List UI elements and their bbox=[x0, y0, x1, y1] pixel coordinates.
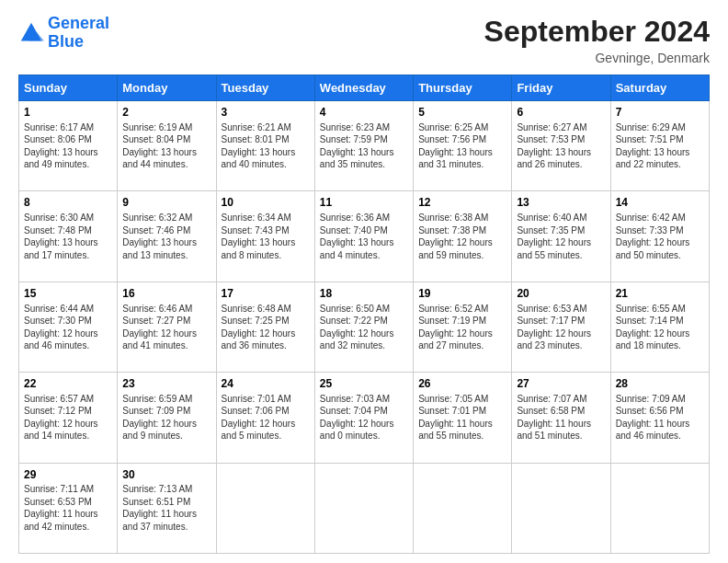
calendar-cell: 1Sunrise: 6:17 AMSunset: 8:06 PMDaylight… bbox=[19, 101, 118, 191]
calendar-cell: 20Sunrise: 6:53 AMSunset: 7:17 PMDayligh… bbox=[512, 282, 610, 372]
day-detail: Sunrise: 6:52 AMSunset: 7:19 PMDaylight:… bbox=[418, 303, 506, 352]
day-number: 2 bbox=[122, 105, 210, 121]
day-detail: Sunrise: 6:50 AMSunset: 7:22 PMDaylight:… bbox=[320, 303, 408, 352]
calendar-cell: 16Sunrise: 6:46 AMSunset: 7:27 PMDayligh… bbox=[118, 282, 216, 372]
col-header-thursday: Thursday bbox=[414, 75, 512, 101]
calendar-cell: 13Sunrise: 6:40 AMSunset: 7:35 PMDayligh… bbox=[512, 191, 610, 282]
day-number: 15 bbox=[24, 286, 112, 302]
day-detail: Sunrise: 6:30 AMSunset: 7:48 PMDaylight:… bbox=[24, 212, 112, 261]
day-detail: Sunrise: 6:36 AMSunset: 7:40 PMDaylight:… bbox=[320, 212, 408, 261]
calendar-cell: 12Sunrise: 6:38 AMSunset: 7:38 PMDayligh… bbox=[414, 191, 512, 282]
day-detail: Sunrise: 7:05 AMSunset: 7:01 PMDaylight:… bbox=[418, 393, 506, 442]
day-number: 3 bbox=[222, 105, 310, 121]
day-number: 8 bbox=[24, 195, 112, 211]
day-number: 16 bbox=[122, 286, 210, 302]
calendar-cell: 18Sunrise: 6:50 AMSunset: 7:22 PMDayligh… bbox=[314, 282, 413, 372]
day-detail: Sunrise: 7:09 AMSunset: 6:56 PMDaylight:… bbox=[616, 393, 704, 442]
day-number: 4 bbox=[320, 105, 408, 121]
day-detail: Sunrise: 7:11 AMSunset: 6:53 PMDaylight:… bbox=[24, 483, 112, 533]
calendar-cell: 8Sunrise: 6:30 AMSunset: 7:48 PMDaylight… bbox=[19, 191, 118, 282]
col-header-monday: Monday bbox=[118, 75, 216, 101]
calendar-cell: 25Sunrise: 7:03 AMSunset: 7:04 PMDayligh… bbox=[314, 373, 413, 463]
calendar-cell: 11Sunrise: 6:36 AMSunset: 7:40 PMDayligh… bbox=[314, 191, 413, 282]
calendar-cell: 14Sunrise: 6:42 AMSunset: 7:33 PMDayligh… bbox=[610, 191, 709, 282]
day-number: 7 bbox=[616, 105, 704, 121]
calendar-cell: 24Sunrise: 7:01 AMSunset: 7:06 PMDayligh… bbox=[216, 373, 314, 463]
day-number: 30 bbox=[122, 467, 210, 483]
day-detail: Sunrise: 7:07 AMSunset: 6:58 PMDaylight:… bbox=[517, 393, 605, 442]
day-detail: Sunrise: 6:23 AMSunset: 7:59 PMDaylight:… bbox=[320, 121, 408, 171]
calendar-cell: 21Sunrise: 6:55 AMSunset: 7:14 PMDayligh… bbox=[610, 282, 709, 372]
col-header-wednesday: Wednesday bbox=[314, 75, 413, 101]
calendar-cell: 28Sunrise: 7:09 AMSunset: 6:56 PMDayligh… bbox=[610, 373, 709, 463]
calendar-cell: 23Sunrise: 6:59 AMSunset: 7:09 PMDayligh… bbox=[118, 373, 216, 463]
day-detail: Sunrise: 6:42 AMSunset: 7:33 PMDaylight:… bbox=[616, 212, 704, 261]
calendar-cell: 7Sunrise: 6:29 AMSunset: 7:51 PMDaylight… bbox=[610, 101, 709, 191]
day-detail: Sunrise: 6:55 AMSunset: 7:14 PMDaylight:… bbox=[616, 303, 704, 352]
day-number: 22 bbox=[24, 376, 112, 392]
calendar-cell: 17Sunrise: 6:48 AMSunset: 7:25 PMDayligh… bbox=[216, 282, 314, 372]
col-header-tuesday: Tuesday bbox=[216, 75, 314, 101]
day-number: 27 bbox=[517, 376, 605, 392]
day-number: 5 bbox=[418, 105, 506, 121]
day-detail: Sunrise: 6:48 AMSunset: 7:25 PMDaylight:… bbox=[222, 303, 310, 352]
day-detail: Sunrise: 6:21 AMSunset: 8:01 PMDaylight:… bbox=[222, 121, 310, 171]
calendar-cell: 26Sunrise: 7:05 AMSunset: 7:01 PMDayligh… bbox=[414, 373, 512, 463]
page: General Blue September 2024 Gevninge, De… bbox=[0, 0, 728, 563]
day-number: 1 bbox=[24, 105, 112, 121]
calendar-cell: 4Sunrise: 6:23 AMSunset: 7:59 PMDaylight… bbox=[314, 101, 413, 191]
day-detail: Sunrise: 6:40 AMSunset: 7:35 PMDaylight:… bbox=[517, 212, 605, 261]
calendar-cell bbox=[610, 463, 709, 553]
month-title: September 2024 bbox=[484, 15, 710, 49]
day-number: 13 bbox=[517, 195, 605, 211]
day-detail: Sunrise: 6:34 AMSunset: 7:43 PMDaylight:… bbox=[222, 212, 310, 261]
day-number: 29 bbox=[24, 467, 112, 483]
day-number: 18 bbox=[320, 286, 408, 302]
day-detail: Sunrise: 6:27 AMSunset: 7:53 PMDaylight:… bbox=[517, 121, 605, 171]
title-area: September 2024 Gevninge, Denmark bbox=[484, 15, 710, 65]
logo-text: General Blue bbox=[48, 15, 109, 52]
calendar-cell: 29Sunrise: 7:11 AMSunset: 6:53 PMDayligh… bbox=[19, 463, 118, 553]
week-row-3: 15Sunrise: 6:44 AMSunset: 7:30 PMDayligh… bbox=[19, 282, 710, 372]
week-row-2: 8Sunrise: 6:30 AMSunset: 7:48 PMDaylight… bbox=[19, 191, 710, 282]
calendar: SundayMondayTuesdayWednesdayThursdayFrid… bbox=[18, 75, 710, 554]
logo: General Blue bbox=[18, 15, 109, 52]
day-number: 9 bbox=[122, 195, 210, 211]
day-detail: Sunrise: 7:13 AMSunset: 6:51 PMDaylight:… bbox=[122, 483, 210, 533]
calendar-cell: 22Sunrise: 6:57 AMSunset: 7:12 PMDayligh… bbox=[19, 373, 118, 463]
day-detail: Sunrise: 6:29 AMSunset: 7:51 PMDaylight:… bbox=[616, 121, 704, 171]
day-detail: Sunrise: 6:17 AMSunset: 8:06 PMDaylight:… bbox=[24, 121, 112, 171]
calendar-cell bbox=[216, 463, 314, 553]
calendar-cell: 9Sunrise: 6:32 AMSunset: 7:46 PMDaylight… bbox=[118, 191, 216, 282]
col-header-sunday: Sunday bbox=[19, 75, 118, 101]
calendar-cell: 30Sunrise: 7:13 AMSunset: 6:51 PMDayligh… bbox=[118, 463, 216, 553]
day-detail: Sunrise: 6:25 AMSunset: 7:56 PMDaylight:… bbox=[418, 121, 506, 171]
day-detail: Sunrise: 6:59 AMSunset: 7:09 PMDaylight:… bbox=[122, 393, 210, 442]
day-number: 10 bbox=[222, 195, 310, 211]
day-detail: Sunrise: 6:32 AMSunset: 7:46 PMDaylight:… bbox=[122, 212, 210, 261]
day-number: 25 bbox=[320, 376, 408, 392]
day-detail: Sunrise: 6:38 AMSunset: 7:38 PMDaylight:… bbox=[418, 212, 506, 261]
day-number: 17 bbox=[222, 286, 310, 302]
day-number: 14 bbox=[616, 195, 704, 211]
col-header-friday: Friday bbox=[512, 75, 610, 101]
calendar-cell: 15Sunrise: 6:44 AMSunset: 7:30 PMDayligh… bbox=[19, 282, 118, 372]
header: General Blue September 2024 Gevninge, De… bbox=[18, 15, 710, 65]
day-detail: Sunrise: 6:53 AMSunset: 7:17 PMDaylight:… bbox=[517, 303, 605, 352]
logo-icon bbox=[18, 20, 44, 46]
day-number: 24 bbox=[222, 376, 310, 392]
calendar-cell: 27Sunrise: 7:07 AMSunset: 6:58 PMDayligh… bbox=[512, 373, 610, 463]
calendar-cell: 5Sunrise: 6:25 AMSunset: 7:56 PMDaylight… bbox=[414, 101, 512, 191]
calendar-cell: 19Sunrise: 6:52 AMSunset: 7:19 PMDayligh… bbox=[414, 282, 512, 372]
day-number: 19 bbox=[418, 286, 506, 302]
calendar-cell bbox=[414, 463, 512, 553]
day-detail: Sunrise: 6:46 AMSunset: 7:27 PMDaylight:… bbox=[122, 303, 210, 352]
day-number: 12 bbox=[418, 195, 506, 211]
day-detail: Sunrise: 7:01 AMSunset: 7:06 PMDaylight:… bbox=[222, 393, 310, 442]
location: Gevninge, Denmark bbox=[484, 51, 710, 65]
calendar-cell: 2Sunrise: 6:19 AMSunset: 8:04 PMDaylight… bbox=[118, 101, 216, 191]
day-number: 26 bbox=[418, 376, 506, 392]
calendar-cell: 6Sunrise: 6:27 AMSunset: 7:53 PMDaylight… bbox=[512, 101, 610, 191]
col-header-saturday: Saturday bbox=[610, 75, 709, 101]
day-number: 11 bbox=[320, 195, 408, 211]
